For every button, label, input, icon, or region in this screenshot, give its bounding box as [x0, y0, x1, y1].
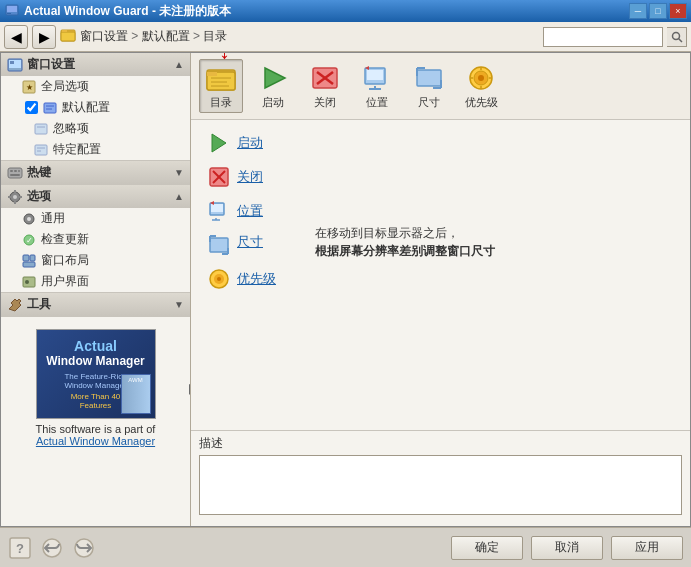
svg-rect-21	[8, 168, 22, 178]
size-icon	[413, 62, 445, 94]
svg-rect-5	[62, 30, 67, 32]
help-button[interactable]: ?	[8, 536, 32, 560]
minimize-button[interactable]: ─	[629, 3, 647, 19]
apply-button[interactable]: 应用	[611, 536, 683, 560]
tab-priority[interactable]: 优先级	[459, 59, 503, 113]
special-config-icon	[33, 142, 49, 158]
tab-close[interactable]: 关闭	[303, 59, 347, 113]
search-button[interactable]	[667, 27, 687, 47]
maximize-button[interactable]: □	[649, 3, 667, 19]
bottom-bar: ? 确定 取消 应用	[0, 527, 691, 567]
sidebar-header-tools[interactable]: 工具 ▼	[1, 293, 190, 316]
window-settings-chevron: ▲	[174, 59, 184, 70]
svg-point-27	[13, 195, 17, 199]
tab-size[interactable]: 尺寸	[407, 59, 451, 113]
sidebar-item-special-config[interactable]: 特定配置	[1, 139, 190, 160]
list-startup-icon	[207, 131, 231, 155]
forward-button[interactable]: ▶	[32, 25, 56, 49]
svg-rect-37	[30, 255, 35, 261]
tab-startup[interactable]: 启动	[251, 59, 295, 113]
tools-label: 工具	[27, 296, 51, 313]
position-icon	[361, 62, 393, 94]
description-textarea[interactable]	[199, 455, 682, 515]
size-description-area: 在移动到目标显示器之后， 根据屏幕分辨率差别调整窗口尺寸	[311, 120, 690, 430]
red-arrow-up: ↑	[219, 53, 230, 67]
svg-rect-31	[19, 196, 22, 198]
toolbar: ◀ ▶ 窗口设置 > 默认配置 > 目录	[0, 22, 691, 52]
sidebar-header-window-settings[interactable]: 窗口设置 ▲	[1, 53, 190, 76]
ad-panel: Actual Window Manager The Feature-RichWi…	[1, 321, 190, 455]
tab-position[interactable]: 位置	[355, 59, 399, 113]
svg-point-84	[217, 277, 221, 281]
search-input[interactable]	[543, 27, 663, 47]
list-item-close[interactable]: 关闭	[203, 162, 307, 192]
forward-icon-button[interactable]	[72, 536, 96, 560]
list-item-priority[interactable]: 优先级	[203, 264, 307, 294]
window-layout-icon	[21, 253, 37, 269]
list-item-startup[interactable]: 启动	[203, 128, 307, 158]
close-icon	[309, 62, 341, 94]
title-bar: Actual Window Guard - 未注册的版本 ─ □ ×	[0, 0, 691, 22]
sidebar-item-default-config[interactable]: 默认配置	[1, 97, 190, 118]
list-position-icon	[207, 199, 231, 223]
check-update-icon: ✓	[21, 232, 37, 248]
svg-rect-2	[7, 13, 11, 14]
svg-rect-29	[14, 201, 16, 204]
sidebar-item-check-update[interactable]: ✓ 检查更新	[1, 229, 190, 250]
list-item-position[interactable]: 位置	[203, 196, 307, 226]
list-position-label: 位置	[237, 202, 263, 220]
size-label: 尺寸	[418, 95, 440, 110]
description-section: 描述	[191, 430, 690, 526]
ad-image: Actual Window Manager The Feature-RichWi…	[36, 329, 156, 419]
confirm-button[interactable]: 确定	[451, 536, 523, 560]
sidebar-item-ignore[interactable]: 忽略项	[1, 118, 190, 139]
back-button[interactable]: ◀	[4, 25, 28, 49]
list-size-icon	[207, 233, 231, 257]
svg-rect-52	[367, 70, 383, 80]
sidebar-header-options[interactable]: 选项 ▲	[1, 185, 190, 208]
window-settings-label: 窗口设置	[27, 56, 75, 73]
size-description: 在移动到目标显示器之后， 根据屏幕分辨率差别调整窗口尺寸	[315, 224, 682, 260]
ad-link[interactable]: Actual Window Manager	[36, 435, 155, 447]
window-settings-icon	[7, 57, 23, 73]
sidebar-item-general[interactable]: 通用	[1, 208, 190, 229]
svg-rect-30	[8, 196, 11, 198]
svg-point-40	[25, 280, 29, 284]
svg-rect-18	[35, 145, 47, 155]
sidebar-item-user-interface[interactable]: 用户界面	[1, 271, 190, 292]
svg-line-7	[678, 38, 682, 42]
ignore-icon	[33, 121, 49, 137]
list-item-size-row: 尺寸	[203, 230, 307, 260]
cancel-button[interactable]: 取消	[531, 536, 603, 560]
svg-rect-22	[10, 170, 13, 172]
svg-marker-47	[265, 68, 285, 88]
svg-rect-43	[207, 72, 217, 76]
svg-rect-16	[35, 124, 47, 134]
bottom-buttons: 确定 取消 应用	[451, 536, 683, 560]
back-icon-button[interactable]	[40, 536, 64, 560]
svg-text:?: ?	[16, 541, 24, 556]
user-interface-icon	[21, 274, 37, 290]
list-close-label: 关闭	[237, 168, 263, 186]
directory-label: 目录	[210, 95, 232, 110]
close-button[interactable]: ×	[669, 3, 687, 19]
svg-rect-56	[417, 70, 441, 86]
sidebar-item-global-options[interactable]: ★ 全局选项	[1, 76, 190, 97]
svg-point-63	[478, 75, 484, 81]
sidebar-header-hotkeys[interactable]: 热键 ▼	[1, 161, 190, 184]
list-priority-icon	[207, 267, 231, 291]
hotkeys-icon	[7, 165, 23, 181]
svg-rect-25	[10, 174, 20, 176]
svg-marker-68	[212, 134, 226, 152]
content-area: ↑ 目录	[191, 53, 690, 526]
tab-directory[interactable]: 目录	[199, 59, 243, 113]
list-item-size[interactable]: 尺寸	[203, 230, 267, 260]
options-icon	[7, 189, 23, 205]
sidebar-item-window-layout[interactable]: 窗口布局	[1, 250, 190, 271]
svg-point-33	[27, 217, 31, 221]
list-startup-label: 启动	[237, 134, 263, 152]
default-config-icon	[42, 100, 58, 116]
window-title: Actual Window Guard - 未注册的版本	[24, 3, 629, 20]
default-config-checkbox[interactable]	[25, 101, 38, 114]
svg-rect-1	[7, 6, 17, 12]
